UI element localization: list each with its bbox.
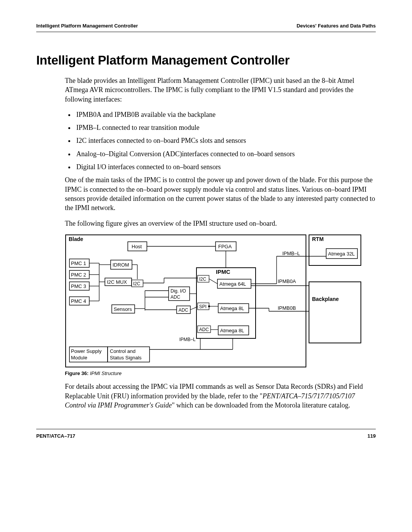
svg-text:Atmega 8L: Atmega 8L	[220, 328, 244, 333]
svg-text:Atmega 64L: Atmega 64L	[219, 281, 246, 287]
svg-text:ADC: ADC	[171, 294, 180, 300]
bullet-item: I2C interfaces connected to on–board PMC…	[75, 136, 376, 145]
page-footer: PENT/ATCA–717 119	[36, 429, 376, 439]
svg-text:Status Signals: Status Signals	[110, 355, 142, 361]
svg-line-52	[209, 279, 217, 284]
svg-text:Control and: Control and	[110, 348, 135, 354]
figure-caption: Figure 36: IPMI Structure	[65, 370, 376, 377]
header-right: Devices' Features and Data Paths	[296, 23, 376, 29]
svg-text:PMC 3: PMC 3	[71, 283, 86, 289]
svg-text:PMC 2: PMC 2	[71, 272, 86, 278]
footer-left: PENT/ATCA–717	[36, 433, 75, 439]
bullet-list: IPMB0A and IPMB0B available via the back…	[65, 110, 376, 171]
page-title: Intelligent Platform Management Controll…	[36, 53, 376, 68]
svg-text:Backplane: Backplane	[312, 296, 339, 302]
svg-text:Atmega 32L: Atmega 32L	[328, 251, 355, 257]
svg-text:Sensors: Sensors	[114, 306, 132, 312]
intro-paragraph: The blade provides an Intelligent Platfo…	[65, 76, 376, 104]
bullet-item: IPMB–L connected to rear transition modu…	[75, 123, 376, 132]
svg-text:Module: Module	[71, 355, 87, 361]
svg-text:ADC: ADC	[179, 307, 188, 313]
svg-text:I2C: I2C	[199, 277, 206, 282]
svg-text:Dig. I/O: Dig. I/O	[171, 288, 186, 294]
svg-text:Power Supply: Power Supply	[71, 348, 102, 354]
svg-text:IPMB0B: IPMB0B	[278, 305, 296, 311]
svg-text:SPI: SPI	[199, 304, 206, 309]
svg-text:IPMB–L: IPMB–L	[282, 251, 300, 256]
bullet-item: IPMB0A and IPMB0B available via the back…	[75, 110, 376, 119]
paragraph-4: For details about accessing the IPMC via…	[65, 382, 376, 410]
svg-point-54	[208, 305, 210, 307]
svg-rect-4	[309, 282, 361, 343]
page-header: Intelligent Platform Management Controll…	[36, 23, 376, 32]
svg-text:Host: Host	[132, 244, 142, 249]
svg-text:IDROM: IDROM	[113, 262, 129, 268]
svg-text:Blade: Blade	[69, 236, 83, 242]
paragraph-2: One of the main tasks of the IPMC is to …	[65, 175, 376, 212]
figure-label: Figure 36:	[65, 370, 89, 376]
figure-title: IPMI Structure	[89, 370, 122, 376]
header-left: Intelligent Platform Management Controll…	[36, 23, 138, 29]
footer-right: 119	[367, 433, 376, 439]
svg-text:IPMC: IPMC	[216, 268, 230, 275]
svg-text:I2C: I2C	[133, 281, 140, 286]
svg-text:ADC: ADC	[199, 327, 209, 332]
svg-text:PMC 1: PMC 1	[71, 260, 86, 266]
svg-text:FPGA: FPGA	[218, 244, 232, 249]
svg-rect-0	[66, 235, 306, 367]
svg-text:IPMB–L: IPMB–L	[179, 337, 196, 342]
ipmi-structure-diagram: Blade RTM Backplane Atmega 32L Host FPGA	[65, 234, 362, 368]
bullet-item: Analog–to–Digital Conversion (ADC)interf…	[75, 149, 376, 158]
svg-text:RTM: RTM	[312, 236, 323, 242]
bullet-item: Digital I/O interfaces connected to on–b…	[75, 162, 376, 171]
svg-text:Atmega 8L: Atmega 8L	[220, 306, 244, 311]
paragraph-3: The following figure gives an overview o…	[65, 219, 376, 228]
svg-text:I2C MUX: I2C MUX	[107, 279, 127, 285]
svg-text:PMC 4: PMC 4	[71, 298, 86, 304]
svg-text:IPMB0A: IPMB0A	[278, 278, 296, 284]
